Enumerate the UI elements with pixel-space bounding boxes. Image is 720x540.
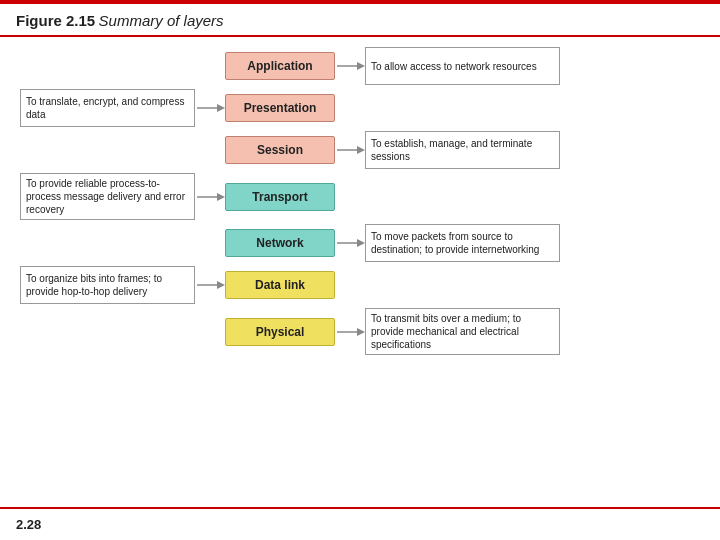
right-description-empty [365,89,560,127]
layer-box-data-link: Data link [225,271,335,299]
svg-marker-11 [217,281,225,289]
svg-marker-1 [357,62,365,70]
left-description-empty [20,47,195,85]
right-description: To allow access to network resources [365,47,560,85]
right-arrow-icon [335,56,365,76]
layer-row: Application To allow access to network r… [20,47,700,85]
diagram: Application To allow access to network r… [20,47,700,359]
right-arrow-icon [335,98,365,118]
layer-box-session: Session [225,136,335,164]
left-arrow-icon [195,275,225,295]
page-number: 2.28 [16,517,41,532]
layer-box-transport: Transport [225,183,335,211]
right-arrow-icon [335,187,365,207]
left-arrow-icon [195,322,225,342]
svg-marker-7 [217,193,225,201]
left-arrow-icon [195,98,225,118]
right-description-empty [365,178,560,216]
left-description: To provide reliable process-to-process m… [20,173,195,220]
right-arrow-icon [335,322,365,342]
right-description: To transmit bits over a medium; to provi… [365,308,560,355]
left-arrow-icon [195,233,225,253]
layer-row: Physical To transmit bits over a medium;… [20,308,700,355]
main-content: Application To allow access to network r… [0,37,720,359]
right-description-empty [365,266,560,304]
svg-marker-5 [357,146,365,154]
figure-label: Figure 2.15 [16,12,95,29]
right-arrow-icon [335,275,365,295]
left-description: To translate, encrypt, and compress data [20,89,195,127]
left-arrow-icon [195,56,225,76]
page-footer: 2.28 [0,507,720,540]
right-description: To move packets from source to destinati… [365,224,560,262]
layer-box-physical: Physical [225,318,335,346]
svg-marker-9 [357,239,365,247]
layer-box-application: Application [225,52,335,80]
right-arrow-icon [335,140,365,160]
left-arrow-icon [195,187,225,207]
layer-row: To translate, encrypt, and compress data… [20,89,700,127]
layer-row: Network To move packets from source to d… [20,224,700,262]
right-arrow-icon [335,233,365,253]
left-description-empty [20,131,195,169]
figure-title: Summary of layers [99,12,224,29]
layer-box-presentation: Presentation [225,94,335,122]
layer-box-network: Network [225,229,335,257]
svg-marker-13 [357,328,365,336]
left-description: To organize bits into frames; to provide… [20,266,195,304]
left-arrow-icon [195,140,225,160]
svg-marker-3 [217,104,225,112]
left-description-empty [20,224,195,262]
layer-row: To organize bits into frames; to provide… [20,266,700,304]
layer-row: To provide reliable process-to-process m… [20,173,700,220]
layer-row: Session To establish, manage, and termin… [20,131,700,169]
right-description: To establish, manage, and terminate sess… [365,131,560,169]
page-header: Figure 2.15 Summary of layers [0,4,720,37]
left-description-empty [20,313,195,351]
